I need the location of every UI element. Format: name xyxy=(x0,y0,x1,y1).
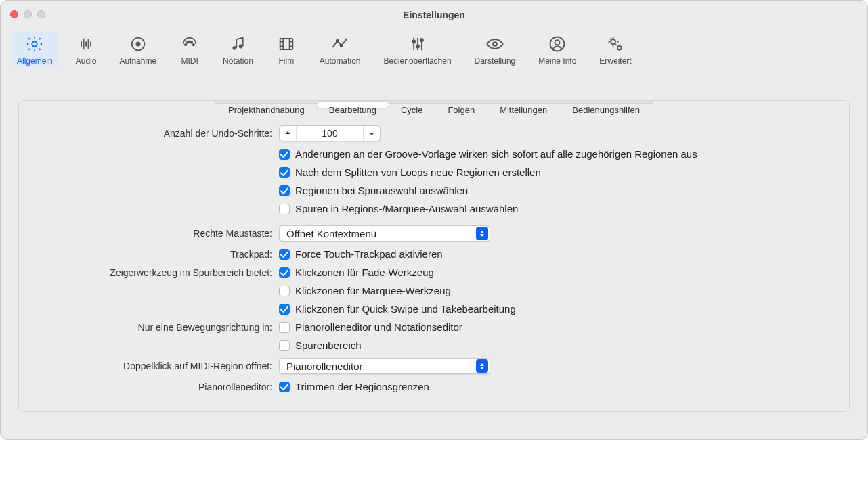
undo-steps-label: Anzahl der Undo-Schritte: xyxy=(38,128,279,139)
waveform-icon xyxy=(76,35,96,53)
toolbar: Allgemein Audio Aufnahme MIDI Notation xyxy=(1,29,867,74)
undo-steps-value[interactable]: 100 xyxy=(296,126,364,141)
checkbox-groove-template[interactable] xyxy=(279,149,290,160)
toolbar-item-record[interactable]: Aufnahme xyxy=(114,32,162,67)
person-circle-icon xyxy=(547,35,567,53)
tab-segmented-control: Projekthandhabung Bearbeitung Cycle Folg… xyxy=(215,101,653,104)
checkbox-label: Force Touch-Trackpad aktivieren xyxy=(295,248,443,260)
svg-point-7 xyxy=(191,42,192,43)
checkbox-label: Klickzonen für Marquee-Werkzeug xyxy=(295,285,451,296)
record-icon xyxy=(128,35,148,53)
preferences-window: Einstellungen Allgemein Audio Aufnahme M… xyxy=(0,0,868,440)
svg-rect-10 xyxy=(280,39,292,49)
undo-steps-stepper[interactable]: 100 xyxy=(279,125,381,141)
checkbox-select-regions[interactable] xyxy=(279,185,290,196)
toolbar-item-myinfo[interactable]: Meine Info xyxy=(533,32,582,67)
toolbar-label: MIDI xyxy=(181,56,198,66)
svg-point-12 xyxy=(341,45,343,47)
sliders-icon xyxy=(408,35,428,53)
toolbar-item-midi[interactable]: MIDI xyxy=(174,32,205,67)
titlebar: Einstellungen xyxy=(1,1,867,29)
toolbar-item-notation[interactable]: Notation xyxy=(217,32,259,67)
toolbar-item-automation[interactable]: Automation xyxy=(314,32,366,67)
checkbox-force-touch[interactable] xyxy=(279,249,290,260)
select-value: Öffnet Kontextmenü xyxy=(286,228,476,240)
film-icon xyxy=(276,35,297,53)
stepper-decrement[interactable] xyxy=(280,126,296,141)
svg-point-16 xyxy=(493,42,497,46)
svg-point-15 xyxy=(420,39,422,41)
window-title: Einstellungen xyxy=(403,9,465,20)
settings-panel: Projekthandhabung Bearbeitung Cycle Folg… xyxy=(18,100,850,412)
midi-icon xyxy=(179,35,200,53)
tab-accessibility[interactable]: Bedienungshilfen xyxy=(560,102,652,108)
tab-chase[interactable]: Folgen xyxy=(435,102,487,108)
checkbox-label: Trimmen der Regionsgrenzen xyxy=(295,381,429,392)
checkbox-pianoroll-notation[interactable] xyxy=(279,322,290,333)
toolbar-item-display[interactable]: Darstellung xyxy=(469,32,521,67)
toolbar-item-advanced[interactable]: Erweitert xyxy=(594,32,636,67)
svg-point-13 xyxy=(412,40,415,43)
svg-point-2 xyxy=(135,42,140,47)
trackpad-label: Trackpad: xyxy=(38,249,279,260)
svg-point-4 xyxy=(189,41,190,42)
toolbar-item-surfaces[interactable]: Bedienoberflächen xyxy=(378,32,457,67)
checkbox-trim-region[interactable] xyxy=(279,382,290,392)
toolbar-label: Audio xyxy=(76,56,97,66)
checkbox-marquee-tool[interactable] xyxy=(279,286,290,296)
toolbar-label: Meine Info xyxy=(538,56,576,66)
svg-point-19 xyxy=(611,39,615,44)
checkbox-split-loops[interactable] xyxy=(279,167,290,178)
stepper-increment[interactable] xyxy=(364,126,380,141)
checkbox-label: Klickzonen für Fade-Werkzeug xyxy=(295,267,434,278)
svg-point-18 xyxy=(555,40,560,45)
toolbar-label: Bedienoberflächen xyxy=(384,56,452,66)
tab-cycle[interactable]: Cycle xyxy=(389,102,435,108)
checkbox-select-tracks[interactable] xyxy=(279,204,290,214)
toolbar-item-general[interactable]: Allgemein xyxy=(12,32,58,67)
toolbar-item-film[interactable]: Film xyxy=(271,32,302,67)
checkbox-label: Spurenbereich xyxy=(295,340,362,351)
window-controls xyxy=(10,10,45,18)
svg-point-11 xyxy=(337,40,339,43)
limit-direction-label: Nur eine Bewegungsrichtung in: xyxy=(38,322,279,333)
double-click-midi-label: Doppelklick auf MIDI-Region öffnet: xyxy=(38,361,279,371)
checkbox-label: Pianorolleneditor und Notationseditor xyxy=(295,321,462,333)
select-value: Pianorolleneditor xyxy=(286,361,476,372)
svg-point-20 xyxy=(617,46,622,50)
select-arrows-icon xyxy=(476,359,488,373)
toolbar-label: Aufnahme xyxy=(119,56,156,66)
checkbox-label: Nach dem Splitten von Loops neue Regione… xyxy=(295,166,541,178)
svg-point-6 xyxy=(187,42,188,43)
toolbar-label: Notation xyxy=(223,56,253,66)
pianoroll-label: Pianorolleneditor: xyxy=(38,382,279,392)
close-button[interactable] xyxy=(10,10,18,18)
tab-project-handling[interactable]: Projekthandhabung xyxy=(216,102,317,108)
svg-point-0 xyxy=(32,41,37,46)
right-mouse-select[interactable]: Öffnet Kontextmenü xyxy=(279,225,490,242)
tab-editing[interactable]: Bearbeitung xyxy=(317,102,389,108)
zoom-button xyxy=(37,10,45,18)
toolbar-label: Erweitert xyxy=(599,56,631,66)
notation-icon xyxy=(227,35,248,53)
select-arrows-icon xyxy=(476,227,488,240)
minimize-button xyxy=(24,10,32,18)
tab-notifications[interactable]: Mitteilungen xyxy=(487,102,559,108)
automation-icon xyxy=(330,35,350,53)
gear-icon xyxy=(24,35,45,53)
pointer-tool-label: Zeigerwerkzeug im Spurbereich bietet: xyxy=(38,267,279,278)
checkbox-label: Regionen bei Spurauswahl auswählen xyxy=(295,185,468,196)
toolbar-label: Film xyxy=(278,56,294,66)
double-click-midi-select[interactable]: Pianorolleneditor xyxy=(279,358,490,374)
checkbox-tracks-area[interactable] xyxy=(279,340,290,351)
svg-point-3 xyxy=(185,44,186,45)
checkbox-quick-swipe[interactable] xyxy=(279,304,290,315)
checkbox-label: Klickzonen für Quick Swipe und Takebearb… xyxy=(295,303,516,315)
eye-icon xyxy=(485,35,505,53)
checkbox-fade-tool[interactable] xyxy=(279,267,290,278)
toolbar-item-audio[interactable]: Audio xyxy=(70,32,102,67)
toolbar-label: Darstellung xyxy=(475,56,516,66)
svg-point-5 xyxy=(193,44,194,45)
gears-icon xyxy=(605,35,626,53)
svg-point-14 xyxy=(416,45,418,47)
